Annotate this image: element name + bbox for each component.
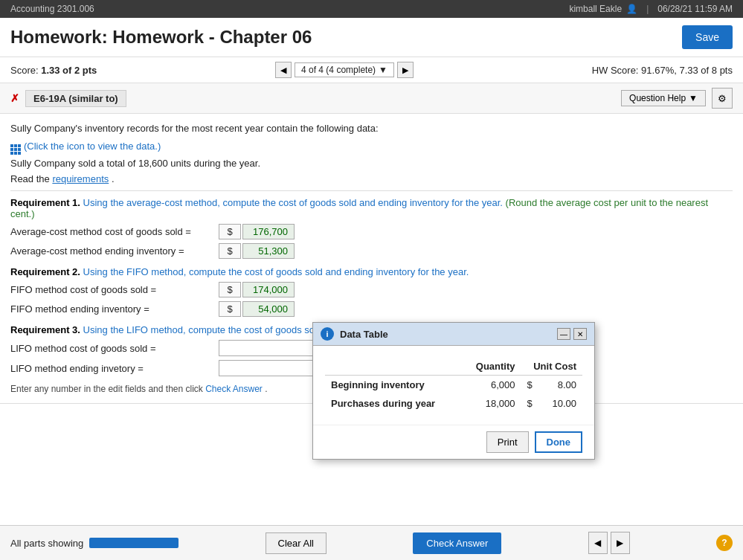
datetime: 06/28/21 11:59 AM [657, 4, 733, 14]
req2-instruction: Using the FIFO method, compute the cost … [83, 266, 469, 277]
enter-prefix: Enter any number in the edit fields and … [10, 384, 205, 394]
progress-bar [89, 538, 178, 548]
row1-label: Beginning inventory [325, 376, 461, 395]
nav-dropdown[interactable]: 4 of 4 (4 complete) ▼ [295, 62, 394, 77]
divider-1 [10, 190, 733, 191]
requirements-link[interactable]: requirements [52, 173, 109, 184]
req2-field2-row: FIFO method ending inventory = $ 54,000 [10, 301, 733, 317]
requirement-1-section: Requirement 1. Using the average-cost me… [10, 197, 733, 259]
req1-field1-row: Average-cost method cost of goods sold =… [10, 224, 733, 239]
row1-dollar: $ [521, 376, 538, 395]
req2-field2-value: 54,000 [242, 301, 295, 317]
req2-prefix: Requirement 2. [10, 266, 80, 277]
bottom-bar: All parts showing Clear All Check Answer… [0, 525, 743, 560]
print-button[interactable]: Print [486, 431, 529, 453]
question-title-area: ✗ E6-19A (similar to) [10, 90, 126, 107]
settings-button[interactable]: ⚙ [712, 88, 733, 109]
help-circle[interactable]: ? [716, 535, 733, 551]
score-label: Score: [10, 65, 39, 76]
question-header: ✗ E6-19A (similar to) Question Help ▼ ⚙ [0, 83, 743, 114]
score-value: 1.33 of 2 pts [41, 65, 97, 76]
user-info: kimball Eakle 👤 | 06/28/21 11:59 AM [569, 4, 733, 14]
bottom-nav-next[interactable]: ▶ [611, 532, 630, 554]
course-name: Accounting 2301.006 [10, 4, 94, 14]
row1-quantity: 6,000 [461, 376, 521, 395]
req3-prefix: Requirement 3. [10, 324, 80, 335]
score-left: Score: 1.33 of 2 pts [10, 65, 97, 76]
bottom-nav: ◀ ▶ [588, 532, 630, 554]
modal-titlebar: i Data Table — ✕ [313, 323, 594, 346]
units-text: Sully Company sold a total of 18,600 uni… [10, 158, 733, 169]
help-dropdown-arrow: ▼ [689, 93, 698, 103]
row1-unit-cost: 8.00 [538, 376, 582, 395]
parts-label: All parts showing [10, 538, 83, 549]
col-header-unit-cost: Unit Cost [521, 358, 582, 376]
grid-icon [10, 137, 21, 155]
question-badge: E6-19A (similar to) [25, 90, 126, 107]
read-requirements: Read the requirements . [10, 173, 733, 184]
req2-dollar2: $ [219, 301, 241, 317]
col-header-label [325, 358, 461, 376]
req1-title: Requirement 1. Using the average-cost me… [10, 197, 733, 219]
req1-field1-label: Average-cost method cost of goods sold = [10, 226, 219, 237]
data-link-text: (Click the icon to view the data.) [24, 141, 161, 152]
top-bar: Accounting 2301.006 kimball Eakle 👤 | 06… [0, 0, 743, 18]
modal-title-text: Data Table [340, 329, 388, 340]
req1-dollar2: $ [219, 243, 241, 259]
data-link[interactable]: (Click the icon to view the data.) [10, 137, 733, 155]
read-suffix: . [112, 173, 115, 184]
nav-prev-button[interactable]: ◀ [275, 62, 292, 78]
modal-controls: — ✕ [557, 328, 587, 340]
nav-next-button[interactable]: ▶ [397, 62, 414, 78]
req1-prefix: Requirement 1. [10, 197, 80, 208]
modal-close-button[interactable]: ✕ [573, 328, 587, 340]
check-answer-button[interactable]: Check Answer [413, 532, 501, 554]
req1-field2-value: 51,300 [242, 243, 295, 259]
data-table-modal: i Data Table — ✕ Quantity Unit Cost [312, 322, 595, 460]
requirement-2-section: Requirement 2. Using the FIFO method, co… [10, 266, 733, 317]
req1-field1-value: 176,700 [242, 224, 295, 239]
data-table: Quantity Unit Cost Beginning inventory 6… [325, 358, 582, 413]
save-button[interactable]: Save [682, 25, 733, 49]
col-header-quantity: Quantity [461, 358, 521, 376]
user-icon: 👤 [626, 4, 637, 14]
main-content: Sully Company's inventory records for th… [0, 114, 743, 404]
question-actions: Question Help ▼ ⚙ [621, 88, 733, 109]
read-prefix: Read the [10, 173, 52, 184]
req2-field1-row: FIFO method cost of goods sold = $ 174,0… [10, 282, 733, 297]
req3-field2-label: LIFO method ending invetory = [10, 363, 219, 374]
req2-title: Requirement 2. Using the FIFO method, co… [10, 266, 733, 277]
modal-info-icon: i [321, 327, 334, 341]
page-title: Homework: Homework - Chapter 06 [10, 27, 312, 48]
hw-score-value: 91.67%, 7.33 of 8 pts [641, 65, 733, 76]
req1-field2-row: Average-cost method ending inventory = $… [10, 243, 733, 259]
bottom-nav-prev[interactable]: ◀ [588, 532, 608, 554]
gear-icon: ⚙ [718, 93, 727, 104]
req1-dollar1: $ [219, 224, 241, 239]
req3-field1-label: LIFO method cost of goods sold = [10, 343, 219, 354]
x-icon: ✗ [10, 92, 19, 104]
modal-body: Quantity Unit Cost Beginning inventory 6… [313, 346, 594, 425]
modal-title-left: i Data Table [321, 327, 388, 341]
nav-text: 4 of 4 (4 complete) [301, 65, 376, 75]
question-help-button[interactable]: Question Help ▼ [621, 90, 706, 106]
row2-quantity: 18,000 [461, 394, 521, 413]
req1-field2-label: Average-cost method ending inventory = [10, 245, 219, 257]
intro-text: Sully Company's inventory records for th… [10, 123, 733, 134]
hw-score-right: HW Score: 91.67%, 7.33 of 8 pts [592, 65, 733, 76]
req2-field2-label: FIFO method ending inventory = [10, 303, 219, 315]
clear-all-button[interactable]: Clear All [266, 532, 327, 554]
nav-dropdown-arrow: ▼ [379, 65, 387, 75]
question-help-label: Question Help [629, 93, 686, 103]
req3-instruction: Using the LIFO method, compute the cost … [83, 324, 323, 335]
nav-controls: ◀ 4 of 4 (4 complete) ▼ ▶ [275, 62, 414, 78]
title-bar: Homework: Homework - Chapter 06 Save [0, 18, 743, 57]
row2-label: Purchases during year [325, 394, 461, 413]
done-button[interactable]: Done [535, 431, 583, 453]
hw-score-label: HW Score: [592, 65, 639, 76]
separator: | [646, 4, 649, 14]
row2-unit-cost: 10.00 [538, 394, 582, 413]
row2-dollar: $ [521, 394, 538, 413]
modal-minimize-button[interactable]: — [557, 328, 570, 340]
check-answer-link[interactable]: Check Answer [205, 384, 263, 394]
